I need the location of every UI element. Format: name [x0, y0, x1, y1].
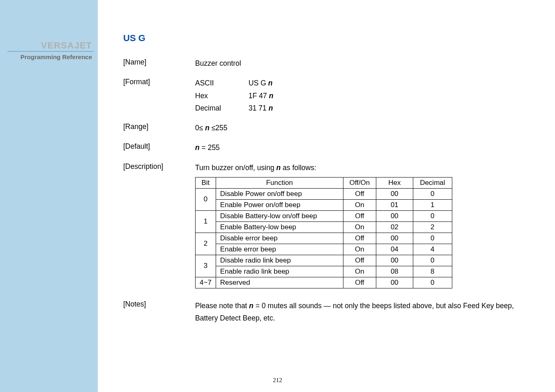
sidebar: VERSAJET Programming Reference	[0, 0, 98, 392]
cell-hex: 01	[376, 199, 413, 210]
cell-func: Enable Battery-low beep	[216, 221, 343, 233]
table-row: 4~7 Reserved Off 00 0	[196, 277, 452, 288]
cell-hex: 00	[376, 277, 413, 288]
cell-dec: 0	[413, 277, 452, 288]
default-label: [Default]	[123, 142, 195, 153]
main-content: US G [Name] Buzzer control [Format] ASCI…	[123, 33, 530, 333]
cell-hex: 00	[376, 255, 413, 266]
th-bit: Bit	[196, 177, 216, 188]
cell-hex: 00	[376, 210, 413, 221]
cell-func: Enable Power on/off beep	[216, 199, 343, 210]
description-value: Turn buzzer on/off, using n as follows:	[195, 162, 530, 173]
format-hex-value: 1F 47 n	[249, 90, 530, 101]
command-title: US G	[123, 33, 530, 44]
cell-hex: 02	[376, 221, 413, 233]
bits-table: Bit Function Off/On Hex Decimal 0 Disabl…	[195, 177, 452, 288]
default-row: [Default] n = 255	[123, 142, 530, 153]
cell-bit: 3	[196, 255, 216, 277]
cell-offon: On	[343, 266, 376, 277]
th-hex: Hex	[376, 177, 413, 188]
default-value: n = 255	[195, 142, 530, 153]
format-label: [Format]	[123, 78, 195, 113]
cell-func: Disable radio link beep	[216, 255, 343, 266]
notes-label: [Notes]	[123, 300, 195, 325]
table-row: Enable Power on/off beep On 01 1	[196, 199, 452, 210]
range-label: [Range]	[123, 122, 195, 133]
format-ascii-value: US G n	[249, 78, 530, 88]
cell-offon: Off	[343, 255, 376, 266]
table-row: 2 Disable error beep Off 00 0	[196, 233, 452, 244]
cell-offon: On	[343, 221, 376, 233]
cell-func: Reserved	[216, 277, 343, 288]
cell-offon: Off	[343, 210, 376, 221]
cell-offon: On	[343, 199, 376, 210]
cell-bit: 1	[196, 210, 216, 233]
cell-dec: 1	[413, 199, 452, 210]
cell-dec: 2	[413, 221, 452, 233]
table-row: Enable error beep On 04 4	[196, 244, 452, 255]
name-label: [Name]	[123, 58, 195, 69]
table-row: Enable Battery-low beep On 02 2	[196, 221, 452, 233]
th-function: Function	[216, 177, 343, 188]
doc-subtitle: Programming Reference	[21, 53, 92, 60]
table-row: 3 Disable radio link beep Off 00 0	[196, 255, 452, 266]
cell-dec: 0	[413, 255, 452, 266]
cell-dec: 0	[413, 188, 452, 199]
format-dec-value: 31 71 n	[249, 103, 530, 113]
description-row: [Description] Turn buzzer on/off, using …	[123, 162, 530, 173]
format-row: [Format] ASCII US G n Hex 1F 47 n Decima…	[123, 78, 530, 113]
th-dec: Decimal	[413, 177, 452, 188]
cell-bit: 2	[196, 233, 216, 255]
product-title: VERSAJET	[41, 40, 92, 51]
cell-bit: 4~7	[196, 277, 216, 288]
sidebar-divider	[7, 51, 94, 52]
cell-dec: 0	[413, 210, 452, 221]
table-row: 1 Disable Battery-low on/off beep Off 00…	[196, 210, 452, 221]
format-ascii-label: ASCII	[195, 78, 249, 88]
format-hex-label: Hex	[195, 90, 249, 101]
cell-bit: 0	[196, 188, 216, 210]
name-value: Buzzer control	[195, 58, 530, 69]
cell-func: Disable Battery-low on/off beep	[216, 210, 343, 221]
description-label: [Description]	[123, 162, 195, 173]
cell-hex: 04	[376, 244, 413, 255]
table-row: 0 Disable Power on/off beep Off 00 0	[196, 188, 452, 199]
notes-row: [Notes] Please note that n = 0 mutes all…	[123, 300, 530, 325]
name-row: [Name] Buzzer control	[123, 58, 530, 69]
cell-dec: 8	[413, 266, 452, 277]
cell-func: Disable Power on/off beep	[216, 188, 343, 199]
cell-offon: Off	[343, 277, 376, 288]
cell-offon: On	[343, 244, 376, 255]
table-row: Enable radio link beep On 08 8	[196, 266, 452, 277]
cell-hex: 08	[376, 266, 413, 277]
cell-hex: 00	[376, 233, 413, 244]
range-row: [Range] 0≤ n ≤255	[123, 122, 530, 133]
notes-value: Please note that n = 0 mutes all sounds …	[195, 300, 530, 325]
th-offon: Off/On	[343, 177, 376, 188]
cell-offon: Off	[343, 233, 376, 244]
cell-offon: Off	[343, 188, 376, 199]
cell-func: Enable radio link beep	[216, 266, 343, 277]
cell-dec: 0	[413, 233, 452, 244]
cell-dec: 4	[413, 244, 452, 255]
cell-func: Disable error beep	[216, 233, 343, 244]
cell-hex: 00	[376, 188, 413, 199]
format-dec-label: Decimal	[195, 103, 249, 113]
range-value: 0≤ n ≤255	[195, 122, 530, 133]
cell-func: Enable error beep	[216, 244, 343, 255]
page-number: 212	[273, 377, 282, 384]
